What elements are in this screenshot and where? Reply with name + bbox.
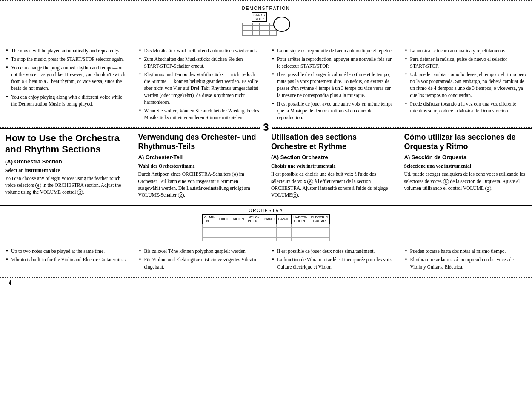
orch-cell [309, 234, 330, 238]
col-german: Das Musikstück wird fortlaufend automati… [133, 43, 266, 127]
page-number-area: 4 [0, 278, 532, 288]
section-divider: 3 [0, 127, 532, 128]
orchestra-diagram-section: ORCHESTRA CLARI-NET OBOE VIOLIN XYLO-PHO… [0, 205, 532, 244]
instrument-electric-guitar: ELECTRICGUITAR [309, 214, 330, 224]
de-body-text: Durch Antippen eines ORCHESTRA-Schalters… [138, 171, 261, 198]
instrument-oboe: OBOE [217, 214, 231, 224]
instrument-banjo: BANJO [276, 214, 292, 224]
es-body-text: Ud. puede escoger cualquiera de las ocho… [404, 171, 527, 191]
orch-cell [276, 228, 292, 231]
fr-bottom-bullets: Il est possible de jouer deux notes simu… [271, 248, 394, 270]
instrument-violin: VIOLIN [231, 214, 246, 224]
bottom-col-spanish: Cómo utilizar las secciones de Orquesta … [399, 129, 532, 205]
english-bullets: The music will be played automatically a… [5, 47, 128, 107]
es-bottom-bullets: Pueden tocarse hasta dos notas al mismo … [404, 248, 527, 270]
instrument-clari-net: CLARI-NET [202, 214, 217, 224]
fr-bullet-3: Il est possible de changer à volonté le … [271, 71, 394, 98]
en-main-heading: How to Use the Orchestra and Rhythm Sect… [5, 133, 128, 155]
de-bullet-1: Das Musikstück wird fortlaufend automati… [138, 47, 261, 54]
de-bullet-4: Wenn Sie wollen, können Sie auch bei der… [138, 107, 261, 121]
en-bullet-3: You can change the programmed rhythm and… [5, 64, 128, 91]
en-bottom-bullet-1: Up to two notes can be played at the sam… [5, 248, 128, 254]
orch-cell [262, 234, 276, 238]
demonstration-label: DEMONSTRATION [242, 6, 290, 11]
es-bottom-bullet-1: Pueden tocarse hasta dos notas al mismo … [404, 248, 527, 254]
top-four-col: The music will be played automatically a… [0, 43, 532, 127]
bottom-col-german: Verwendung des Orchester- und Rhythmus-T… [133, 129, 266, 205]
en-bullet-1: The music will be played automatically a… [5, 47, 128, 54]
fr-bullet-4: Il est possible de jouer avec une autre … [271, 100, 394, 121]
spanish-bullets: La música se tocará automática y repetid… [404, 47, 527, 114]
fr-circle-2: 2 [292, 192, 298, 198]
bottom-bullet-col-german: Bis zu zwei Töne können polyphon gespiel… [133, 244, 266, 275]
orch-cell [231, 234, 246, 238]
french-bullets: La musique est reproduite de façon autom… [271, 47, 394, 121]
fr-bottom-bullet-1: Il est possible de jouer deux notes simu… [271, 248, 394, 254]
en-bottom-bullets: Up to two notes can be played at the sam… [5, 248, 128, 263]
en-bullet-4: You can enjoy playing along with a diffe… [5, 94, 128, 107]
orch-cell [262, 238, 276, 241]
en-body-text: You can choose any of eight voices using… [5, 175, 128, 195]
col-english: The music will be played automatically a… [0, 43, 133, 127]
orch-cell [292, 238, 309, 241]
orchestra-diagram: CLARI-NET OBOE VIOLIN XYLO-PHONE PIANO B… [9, 214, 523, 242]
orch-cell [246, 228, 262, 231]
fr-bottom-bullet-2: La fonction de Vibrato retardé est incor… [271, 256, 394, 270]
es-bullet-3: Ud. puede cambiar como lo desee, el temp… [404, 71, 527, 98]
fr-body-text: Il est possible de choisir une des huit … [271, 171, 394, 198]
fr-bullet-2: Pour arrêter la reproduction, appuyer un… [271, 56, 394, 69]
es-circle-6: 6 [443, 179, 449, 185]
orch-cell [276, 234, 292, 238]
de-main-heading: Verwendung des Orchester- und Rhythmus-T… [138, 133, 261, 151]
orch-cell [292, 234, 309, 238]
de-bottom-bullets: Bis zu zwei Töne können polyphon gespiel… [138, 248, 261, 270]
page-number: 4 [9, 280, 11, 286]
de-bottom-bullet-2: Für Violine und Elektrogitarre ist ein v… [138, 256, 261, 270]
orch-cell [309, 228, 330, 231]
orch-cell [217, 231, 231, 234]
instrument-xylo-phone: XYLO-PHONE [246, 214, 262, 224]
orch-cell [231, 231, 246, 234]
orch-cell [202, 228, 217, 231]
orchestra-table: CLARI-NET OBOE VIOLIN XYLO-PHONE PIANO B… [202, 214, 330, 242]
es-bullet-2: Para detener la música, pulse de nuevo e… [404, 56, 527, 69]
orch-cell [217, 238, 231, 241]
instrument-harpsi-chord: HARPSI-CHORD [292, 214, 309, 224]
es-bullet-1: La música se tocará automática y repetid… [404, 47, 527, 54]
orch-cell [309, 238, 330, 241]
orch-cell [276, 224, 292, 228]
de-circle-6: 6 [232, 172, 238, 177]
de-bullet-3: Rhythmus und Tempo des Vorführstücks — n… [138, 71, 261, 105]
bottom-col-french: Utilisation des sections Orchestre et Ry… [266, 129, 399, 205]
orch-cell [292, 224, 309, 228]
demo-grid [242, 23, 277, 36]
col-spanish: La música se tocará automática y repetid… [399, 43, 532, 127]
es-bottom-bullet-2: El vibrato retardado está incorporado en… [404, 256, 527, 270]
bottom-bullet-col-english: Up to two notes can be played at the sam… [0, 244, 133, 275]
orch-cell [309, 224, 330, 228]
es-circle-2: 2 [485, 186, 491, 192]
es-sub-heading-a: A) Sección de Orquesta [404, 154, 527, 161]
orch-cell [217, 234, 231, 238]
es-voice-heading: Seleccione una voz instrumental [404, 163, 527, 169]
de-sub-heading-a: A) Orchester-Teil [138, 154, 261, 161]
orch-cell [217, 228, 231, 231]
orch-cell [292, 231, 309, 234]
fr-main-heading: Utilisation des sections Orchestre et Ry… [271, 133, 394, 151]
bottom-bullet-col-french: Il est possible de jouer deux notes simu… [266, 244, 399, 275]
orch-cell [276, 238, 292, 241]
de-voice-heading: Wahl der Orchesterstimme [138, 163, 261, 169]
en-circle-2: 2 [77, 189, 83, 195]
orch-cell [309, 231, 330, 234]
fr-bullet-1: La musique est reproduite de façon autom… [271, 47, 394, 54]
orch-cell [202, 231, 217, 234]
fr-sub-heading-a: (A) Section Orchestre [271, 154, 394, 161]
orch-cell [292, 228, 309, 231]
orch-cell [262, 231, 276, 234]
orch-cell [217, 224, 231, 228]
demo-diagram: START/STOP [242, 12, 290, 36]
en-sub-heading-a: (A) Orchestra Section [5, 158, 128, 166]
orch-cell [231, 228, 246, 231]
col-french: La musique est reproduite de façon autom… [266, 43, 399, 127]
orchestra-label: ORCHESTRA [9, 208, 523, 213]
